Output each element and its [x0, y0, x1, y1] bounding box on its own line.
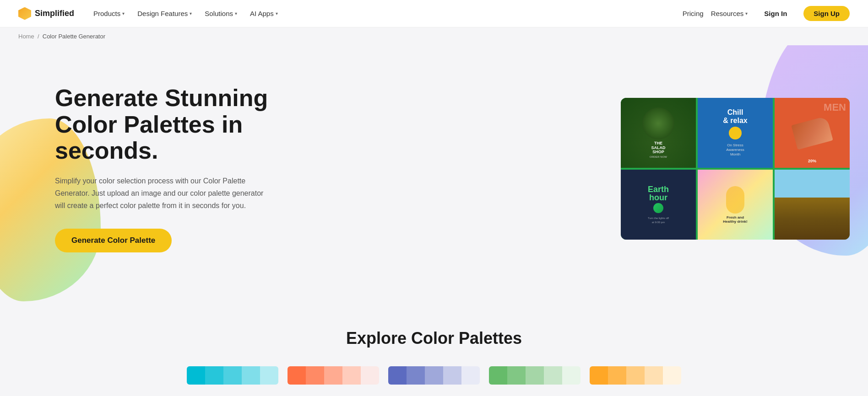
logo-icon — [18, 7, 31, 20]
brand-name: Simplified — [35, 9, 74, 18]
palette-swatch — [223, 366, 242, 385]
chill-subtitle: On StressAwarenessMonth — [726, 143, 744, 157]
drink-label: Fresh andHealthy drink! — [723, 215, 747, 224]
palette-strip-1[interactable] — [288, 366, 379, 385]
shoe-background-text: MEN — [824, 102, 846, 113]
chevron-down-icon: ▾ — [745, 11, 748, 16]
palette-swatch — [608, 366, 626, 385]
palette-strip-3[interactable] — [489, 366, 580, 385]
palette-swatch — [187, 366, 205, 385]
pricing-link[interactable]: Pricing — [683, 10, 704, 17]
grid-cell-chill: Chill& relax On StressAwarenessMonth — [698, 98, 773, 168]
palette-swatch — [361, 366, 379, 385]
chill-title: Chill& relax — [723, 108, 747, 124]
breadcrumb-current: Color Palette Generator — [43, 33, 105, 40]
palette-swatch — [526, 366, 544, 385]
shoe-image — [791, 116, 833, 150]
grid-cell-salad: THESALADSHOP ORDER NOW — [621, 98, 696, 168]
hero-title: Generate Stunning Color Palettes in seco… — [55, 85, 311, 164]
hero-content: Generate Stunning Color Palettes in seco… — [55, 85, 311, 252]
palette-swatch — [562, 366, 580, 385]
palette-swatch — [407, 366, 425, 385]
palette-strip-2[interactable] — [388, 366, 480, 385]
drink-image — [726, 186, 744, 214]
salad-image — [642, 107, 674, 139]
palette-swatch — [626, 366, 645, 385]
chevron-down-icon: ▾ — [235, 11, 237, 16]
explore-section: Explore Color Palettes — [0, 301, 868, 396]
hero-section: Generate Stunning Color Palettes in seco… — [0, 45, 868, 301]
palette-strip-4[interactable] — [590, 366, 681, 385]
palette-swatch — [544, 366, 562, 385]
earth-hour-title: Earthhour — [648, 185, 669, 202]
grid-cell-shoe: MEN 20% — [775, 98, 850, 168]
generate-palette-button[interactable]: Generate Color Palette — [55, 229, 172, 252]
palette-swatch — [388, 366, 407, 385]
discount-label: 20% — [808, 159, 816, 163]
signup-button[interactable]: Sign Up — [803, 6, 850, 21]
canyon-image — [775, 170, 850, 240]
breadcrumb-home[interactable]: Home — [18, 33, 34, 40]
logo-link[interactable]: Simplified — [18, 7, 74, 20]
earth-hour-subtitle: Turn the lights offat 9:00 pm — [648, 216, 669, 224]
nav-menu: Products ▾ Design Features ▾ Solutions ▾… — [89, 7, 282, 20]
palette-swatch — [260, 366, 278, 385]
grid-cell-canyon — [775, 170, 850, 240]
salad-title: THESALADSHOP — [651, 141, 666, 155]
palette-swatch — [288, 366, 306, 385]
explore-title: Explore Color Palettes — [18, 329, 850, 348]
palette-swatch — [443, 366, 461, 385]
palette-strip-0[interactable] — [187, 366, 278, 385]
hero-image-grid: THESALADSHOP ORDER NOW Chill& relax On S… — [621, 98, 850, 240]
palette-swatch — [306, 366, 324, 385]
palette-strips-container — [18, 366, 850, 385]
palette-swatch — [342, 366, 361, 385]
nav-ai-apps[interactable]: AI Apps ▾ — [245, 7, 282, 20]
chevron-down-icon: ▾ — [122, 11, 125, 16]
palette-swatch — [507, 366, 526, 385]
navbar: Simplified Products ▾ Design Features ▾ … — [0, 0, 868, 27]
grid-cell-earth-hour: Earthhour Turn the lights offat 9:00 pm — [621, 170, 696, 240]
sun-decoration — [729, 127, 742, 139]
resources-button[interactable]: Resources ▾ — [711, 10, 748, 17]
chevron-down-icon: ▾ — [190, 11, 192, 16]
palette-swatch — [663, 366, 681, 385]
palette-swatch — [242, 366, 260, 385]
nav-products[interactable]: Products ▾ — [89, 7, 129, 20]
palette-swatch — [205, 366, 223, 385]
palette-swatch — [645, 366, 663, 385]
breadcrumb: Home / Color Palette Generator — [0, 27, 868, 45]
palette-swatch — [461, 366, 480, 385]
palette-swatch — [590, 366, 608, 385]
palette-swatch — [425, 366, 443, 385]
palette-swatch — [324, 366, 342, 385]
nav-design-features[interactable]: Design Features ▾ — [133, 7, 196, 20]
salad-subtitle: ORDER NOW — [650, 155, 667, 158]
palette-swatch — [489, 366, 507, 385]
chevron-down-icon: ▾ — [276, 11, 278, 16]
nav-solutions[interactable]: Solutions ▾ — [200, 7, 242, 20]
grid-cell-drink: Fresh andHealthy drink! — [698, 170, 773, 240]
globe-icon — [653, 203, 663, 213]
signin-button[interactable]: Sign In — [755, 6, 796, 21]
hero-description: Simplify your color selection process wi… — [55, 175, 275, 212]
